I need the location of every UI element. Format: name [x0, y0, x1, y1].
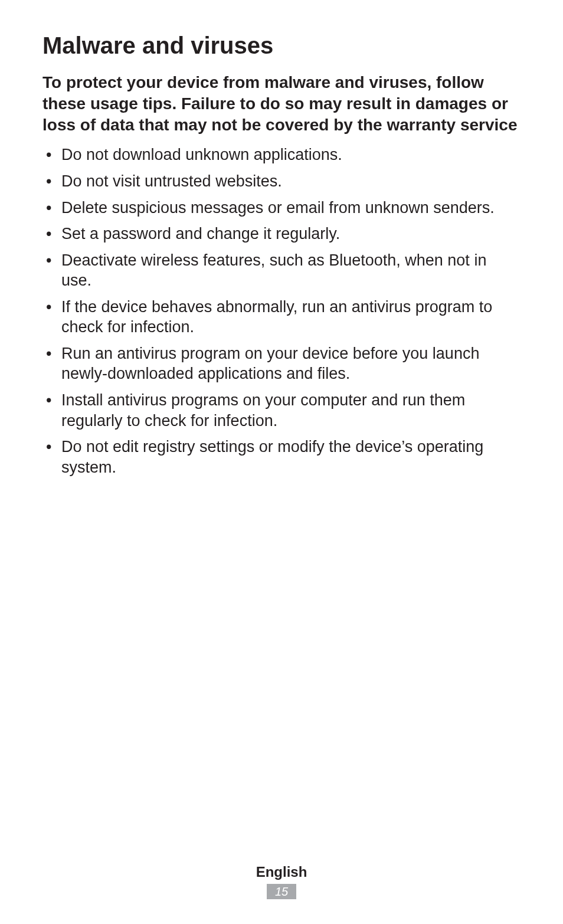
- list-item: If the device behaves abnormally, run an…: [42, 297, 521, 338]
- tips-list: Do not download unknown applications. Do…: [42, 145, 521, 477]
- footer-language: English: [0, 864, 563, 880]
- list-item: Run an antivirus program on your device …: [42, 343, 521, 384]
- footer-page-number: 15: [267, 884, 296, 899]
- list-item: Do not edit registry settings or modify …: [42, 437, 521, 477]
- list-item: Install antivirus programs on your compu…: [42, 390, 521, 431]
- list-item: Delete suspicious messages or email from…: [42, 198, 521, 218]
- list-item: Set a password and change it regularly.: [42, 224, 521, 244]
- section-title: Malware and viruses: [42, 32, 521, 59]
- page-footer: English 15: [0, 864, 563, 899]
- list-item: Deactivate wireless features, such as Bl…: [42, 250, 521, 291]
- list-item: Do not download unknown applications.: [42, 145, 521, 165]
- sub-heading: To protect your device from malware and …: [42, 72, 521, 135]
- page-content: Malware and viruses To protect your devi…: [0, 0, 563, 924]
- list-item: Do not visit untrusted websites.: [42, 171, 521, 192]
